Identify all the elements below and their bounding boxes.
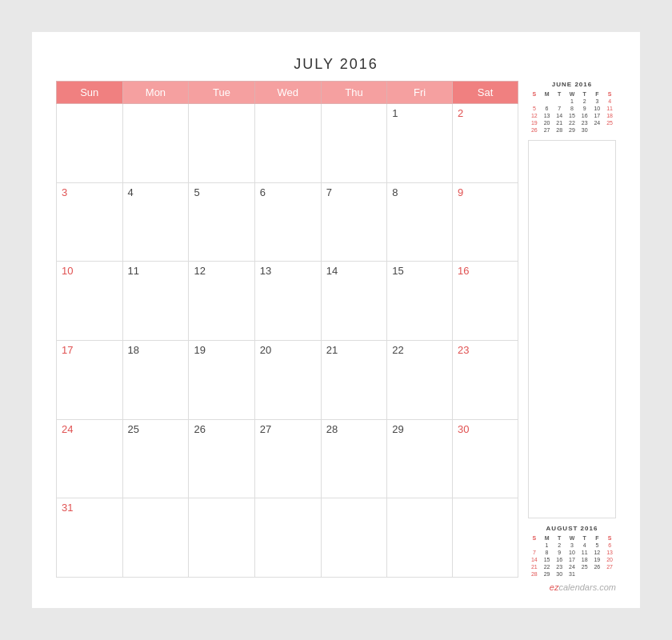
mini-day: 15 (541, 556, 554, 563)
mini-day (528, 542, 541, 549)
mini-day: 11 (578, 549, 591, 556)
mini-day (591, 126, 604, 134)
mini-day: 20 (603, 556, 616, 563)
day-number: 20 (260, 344, 271, 356)
day-number: 7 (326, 186, 332, 198)
mini-day: 14 (528, 556, 541, 563)
calendar-cell: 1 (387, 104, 453, 183)
calendar-cell: 27 (254, 419, 321, 498)
day-number: 18 (128, 344, 139, 356)
mini-day: 1 (566, 98, 578, 105)
main-calendar: SunMonTueWedThuFriSat 123456789101112131… (56, 81, 518, 578)
day-number: 1 (392, 107, 398, 119)
calendar-cell: 8 (387, 182, 453, 262)
mini-day: 29 (541, 570, 554, 578)
mini-day: 28 (553, 126, 566, 134)
mini-day: 26 (591, 563, 604, 570)
mini-day: 25 (578, 563, 591, 570)
day-number: 23 (458, 344, 469, 356)
col-header-tue: Tue (189, 82, 254, 104)
mini-day: 13 (541, 112, 554, 119)
mini-day: 13 (603, 549, 616, 556)
calendar-cell: 25 (122, 419, 189, 498)
day-number: 4 (128, 186, 134, 198)
day-number: 26 (194, 423, 205, 435)
mini-day: 7 (528, 549, 541, 556)
mini-day: 9 (553, 549, 566, 556)
calendar-cell (254, 498, 321, 578)
mini-day: 5 (591, 542, 604, 549)
calendar-cell (122, 498, 189, 578)
day-number: 12 (194, 265, 205, 277)
calendar-cell: 7 (321, 182, 386, 262)
mini-day: 12 (528, 112, 541, 119)
calendar-cell (321, 104, 386, 183)
mini-day: 9 (578, 105, 591, 112)
mini-day: 22 (541, 563, 554, 570)
mini-day: 5 (528, 105, 541, 112)
calendar-cell: 11 (122, 262, 189, 341)
day-number: 17 (62, 344, 73, 356)
mini-day: 21 (528, 563, 541, 570)
calendar-cell: 22 (387, 340, 453, 419)
day-number: 21 (326, 344, 338, 356)
mini-day: 30 (578, 126, 591, 134)
mini-day (591, 570, 604, 578)
mini-day: 6 (603, 542, 616, 549)
calendar-cell: 9 (452, 182, 518, 262)
day-number: 27 (260, 423, 271, 435)
day-number: 14 (326, 265, 338, 277)
mini-day: 28 (528, 570, 541, 578)
mini-day (578, 570, 591, 578)
mini-day: 25 (603, 119, 616, 126)
watermark: ezcalendars.com (56, 582, 616, 592)
mini-day: 1 (541, 542, 554, 549)
day-number: 13 (260, 265, 271, 277)
mini-day: 18 (603, 112, 616, 119)
content-area: SunMonTueWedThuFriSat 123456789101112131… (56, 81, 616, 578)
notes-box (528, 140, 616, 518)
page-title: JULY 2016 (56, 56, 616, 73)
mini-day: 6 (541, 105, 554, 112)
mini-day: 29 (566, 126, 578, 134)
col-header-fri: Fri (387, 82, 453, 104)
calendar-cell: 12 (189, 262, 254, 341)
mini-day: 19 (528, 119, 541, 126)
day-number: 28 (326, 423, 338, 435)
calendar-cell: 14 (321, 262, 386, 341)
mini-day: 19 (591, 556, 604, 563)
mini-day: 16 (578, 112, 591, 119)
calendar-cell (452, 498, 518, 578)
calendar-cell: 29 (387, 419, 453, 498)
calendar-cell: 23 (452, 340, 518, 419)
mini-day: 7 (553, 105, 566, 112)
mini-day (603, 570, 616, 578)
calendar-cell: 26 (189, 419, 254, 498)
calendar-cell (321, 498, 386, 578)
calendar-table: SunMonTueWedThuFriSat 123456789101112131… (56, 81, 518, 578)
day-number: 29 (392, 423, 403, 435)
calendar-cell: 2 (452, 104, 518, 183)
mini-day: 18 (578, 556, 591, 563)
mini-day: 17 (566, 556, 578, 563)
mini-day: 20 (541, 119, 554, 126)
calendar-cell: 20 (254, 340, 321, 419)
calendar-cell (387, 498, 453, 578)
mini-day: 3 (566, 542, 578, 549)
col-header-wed: Wed (254, 82, 321, 104)
mini-day: 8 (541, 549, 554, 556)
mini-day: 3 (591, 98, 604, 105)
sidebar: JUNE 2016 SMTWTFS12345678910111213141516… (528, 81, 616, 578)
mini-day: 23 (553, 563, 566, 570)
mini-day (603, 126, 616, 134)
mini-day: 17 (591, 112, 604, 119)
calendar-cell: 16 (452, 262, 518, 341)
calendar-cell (122, 104, 189, 183)
mini-day: 21 (553, 119, 566, 126)
mini-day: 31 (566, 570, 578, 578)
col-header-mon: Mon (122, 82, 189, 104)
calendar-cell (57, 104, 123, 183)
day-number: 10 (62, 265, 73, 277)
calendar-cell: 5 (189, 182, 254, 262)
day-number: 24 (62, 423, 73, 435)
